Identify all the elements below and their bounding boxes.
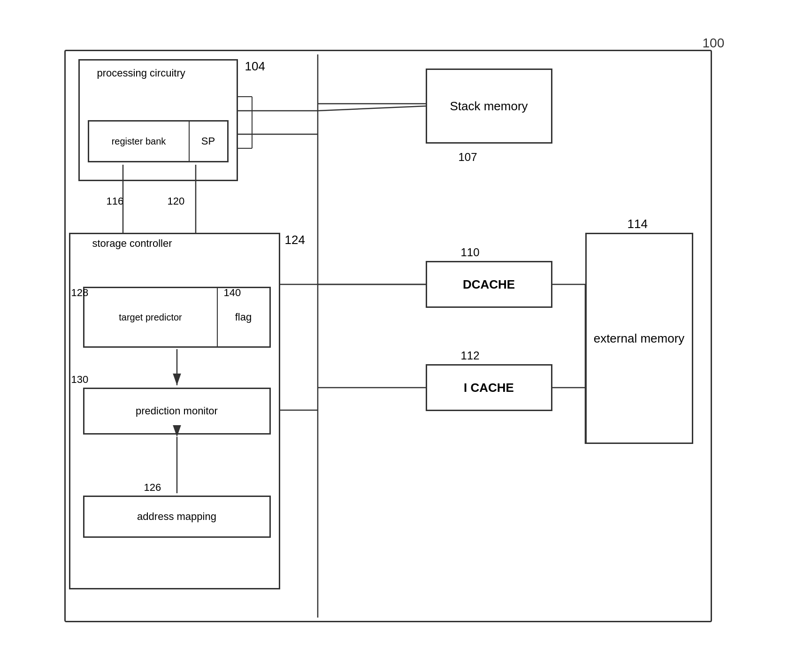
address-mapping-label: address mapping <box>137 511 216 523</box>
label-124: 124 <box>285 233 305 247</box>
target-predictor-label: target predictor <box>84 288 218 346</box>
diagram: 100 processing circuitry register bank S… <box>50 31 754 641</box>
label-107: 107 <box>459 151 477 164</box>
label-112: 112 <box>461 349 480 362</box>
address-mapping-box: address mapping <box>83 496 271 538</box>
label-128: 128 <box>71 287 89 299</box>
label-100: 100 <box>703 36 725 51</box>
label-126: 126 <box>144 481 161 494</box>
stack-memory-box: Stack memory <box>426 69 552 144</box>
register-bank-sp-box: register bank SP <box>88 120 229 162</box>
label-130: 130 <box>71 374 89 386</box>
label-120: 120 <box>168 195 185 207</box>
dcache-label: DCACHE <box>463 277 515 292</box>
label-116: 116 <box>107 195 124 207</box>
label-104: 104 <box>245 59 265 74</box>
storage-controller-label: storage controller <box>92 237 172 250</box>
prediction-monitor-box: prediction monitor <box>83 388 271 435</box>
stack-memory-label: Stack memory <box>450 98 528 115</box>
external-memory-box: external memory <box>585 233 693 444</box>
external-memory-label: external memory <box>594 330 685 347</box>
label-110: 110 <box>461 246 480 259</box>
target-flag-box: target predictor flag <box>83 287 271 348</box>
dcache-box: DCACHE <box>426 261 552 308</box>
label-114: 114 <box>628 217 648 231</box>
prediction-monitor-label: prediction monitor <box>136 405 218 417</box>
icache-box: I CACHE <box>426 364 552 411</box>
icache-label: I CACHE <box>464 381 514 395</box>
register-bank-label: register bank <box>89 122 190 161</box>
sp-label: SP <box>190 122 227 161</box>
processing-circuitry-label: processing circuitry <box>97 66 185 81</box>
label-140: 140 <box>224 287 241 299</box>
